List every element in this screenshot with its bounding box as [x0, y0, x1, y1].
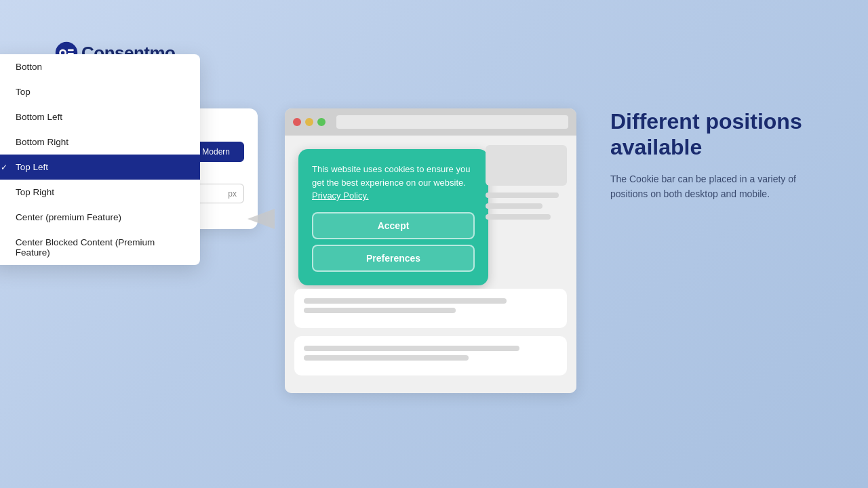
- dropdown-item-top[interactable]: Top: [0, 79, 200, 104]
- cookie-text: This website uses cookies to ensure you …: [312, 163, 475, 203]
- arrow-pointer: [241, 205, 275, 235]
- svg-rect-3: [68, 49, 74, 52]
- skeleton-card-1: [294, 289, 567, 328]
- browser-address-bar: [336, 115, 568, 129]
- browser-titlebar: [285, 108, 576, 136]
- privacy-policy-link[interactable]: Privacy Policy.: [312, 190, 369, 201]
- right-description: The Cookie bar can be placed in a variet…: [610, 171, 814, 202]
- browser-mockup: This website uses cookies to ensure you …: [285, 108, 576, 393]
- skeleton-bottom: [294, 289, 567, 384]
- skeleton-card-2: [294, 336, 567, 375]
- accept-button[interactable]: Accept: [312, 212, 475, 239]
- dropdown-item-center-blocked[interactable]: Center Blocked Content (Premium Feature): [0, 230, 200, 265]
- right-content: Different positions available The Cookie…: [610, 108, 814, 202]
- browser-content: This website uses cookies to ensure you …: [285, 136, 576, 393]
- dropdown-item-top-left[interactable]: ✓ Top Left: [0, 155, 200, 180]
- right-heading: Different positions available: [610, 108, 814, 161]
- dropdown-item-bottom-left[interactable]: Bottom Left: [0, 104, 200, 129]
- browser-maximize-dot: [317, 118, 326, 126]
- browser-close-dot: [293, 118, 301, 126]
- cookie-popup: This website uses cookies to ensure you …: [298, 149, 488, 285]
- dropdown-item-bottom-right[interactable]: Bottom Right: [0, 129, 200, 155]
- browser-minimize-dot: [305, 118, 313, 126]
- dropdown-item-top-right[interactable]: Top Right: [0, 180, 200, 205]
- dropdown-item-center[interactable]: Center (premium Feature): [0, 205, 200, 230]
- preferences-button[interactable]: Preferences: [312, 245, 475, 272]
- position-dropdown: Botton Top Bottom Left Bottom Right ✓ To…: [0, 54, 200, 265]
- dropdown-item-botton[interactable]: Botton: [0, 54, 200, 79]
- skeleton-sidebar: [486, 145, 567, 225]
- svg-marker-6: [248, 209, 275, 229]
- pixel-unit: px: [228, 189, 237, 199]
